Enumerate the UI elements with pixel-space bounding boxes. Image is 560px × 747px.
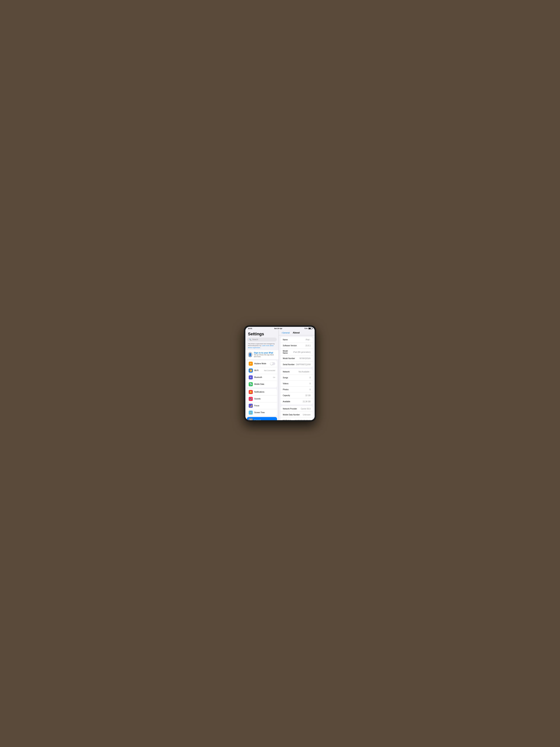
- notifications-icon: 🔔: [249, 390, 253, 394]
- right-panel: ‹ General About Name iPad ›: [279, 330, 315, 420]
- mobiledata-label: Mobile Data: [254, 383, 275, 385]
- status-time: 22:51: [248, 328, 252, 329]
- sidebar-item-bluetooth[interactable]: ✦ Bluetooth On: [247, 374, 277, 381]
- screentime-label: Screen Time: [254, 411, 275, 413]
- info-row-software: Software Version 15.6.1: [281, 343, 313, 349]
- info-row-photos: Photos 0: [281, 387, 313, 393]
- bluetooth-value: On: [273, 377, 275, 378]
- network-label: Network: [283, 371, 298, 373]
- name-chevron: ›: [310, 339, 311, 341]
- modelnumber-value: MYMH2KN/A: [300, 357, 311, 359]
- screentime-icon: ⌛: [249, 411, 253, 415]
- sign-in-subtitle: Set up iCloud, the App Store and more.: [254, 354, 276, 358]
- capacity-value: 32 GB: [305, 394, 311, 396]
- avatar: 👤: [248, 352, 252, 357]
- sidebar-item-wifi[interactable]: 📶 Wi-Fi Not Connected: [247, 367, 277, 374]
- sign-in-box[interactable]: 👤 Sign in to your iPad Set up iCloud, th…: [245, 350, 278, 359]
- software-value: 15.6.1: [305, 344, 311, 346]
- ipad-device: 22:51 Sat 20 Apr 71% Settings 🔍 Search: [244, 325, 316, 422]
- songs-value: 0: [310, 377, 311, 379]
- info-row-songs: Songs 0: [281, 375, 313, 381]
- sidebar-item-screentime[interactable]: ⌛ Screen Time: [247, 409, 277, 416]
- modelname-label: Model Name: [283, 350, 293, 354]
- sign-in-title: Sign in to your iPad: [254, 352, 276, 354]
- videos-value: 0: [310, 383, 311, 385]
- serial-value: DMPF8687Q1KM: [296, 363, 311, 365]
- photos-value: 0: [310, 388, 311, 390]
- mobiledata-icon: 📡: [249, 382, 253, 386]
- about-group-3: Network Provider Carrier 50.0 Mobile Dat…: [281, 406, 313, 420]
- bluetooth-icon: ✦: [249, 375, 253, 380]
- sidebar-title: Settings: [245, 330, 278, 338]
- info-row-name[interactable]: Name iPad ›: [281, 337, 313, 343]
- sidebar-item-airplane[interactable]: ✈ Airplane Mode: [247, 360, 277, 367]
- sidebar-item-general[interactable]: ⚙ General: [247, 417, 277, 420]
- name-label: Name: [283, 339, 306, 341]
- battery-percent: 71%: [304, 328, 308, 329]
- available-value: 22,36 GB: [303, 401, 311, 403]
- settings-group-network: ✈ Airplane Mode 📶 Wi-Fi Not Connected ✦ …: [247, 360, 277, 388]
- networkprovider-label: Network Provider: [283, 408, 301, 410]
- wifi-label: Wi-Fi: [254, 369, 263, 371]
- notifications-label: Notifications: [254, 391, 275, 393]
- info-row-wifiaddress: Wi-Fi Address 10:CE:E9:0E:93:10: [281, 418, 313, 420]
- wifi-icon: 📶: [249, 368, 253, 372]
- mobiledatanumber-label: Mobile Data Number: [283, 414, 303, 416]
- panel-title: About: [290, 331, 303, 334]
- status-bar: 22:51 Sat 20 Apr 71%: [245, 327, 315, 330]
- search-bar[interactable]: 🔍 Search: [247, 338, 277, 341]
- info-row-modelname: Model Name iPad (8th generation): [281, 349, 313, 356]
- sidebar: Settings 🔍 Search This iPad is supervise…: [245, 330, 279, 420]
- panel-header: ‹ General About: [279, 330, 315, 335]
- status-right: 71%: [304, 328, 312, 329]
- sounds-icon: 🔊: [249, 397, 253, 401]
- focus-icon: 🌙: [249, 404, 253, 408]
- wifiaddress-value: 10:CE:E9:0E:93:10: [295, 420, 311, 420]
- settings-group-general: ⚙ General ◎ Control Centre AA Display & …: [247, 417, 277, 420]
- back-label: General: [283, 332, 290, 334]
- serial-label: Serial Number: [283, 363, 296, 365]
- name-value: iPad ›: [306, 339, 311, 341]
- about-group-2: Network Not Available › Songs 0 Videos 0: [281, 369, 313, 405]
- airplane-label: Airplane Mode: [254, 363, 268, 365]
- battery-fill: [309, 328, 311, 329]
- airplane-toggle[interactable]: [270, 362, 275, 365]
- mobiledatanumber-value: Unknown: [303, 414, 311, 416]
- sign-in-text: Sign in to your iPad Set up iCloud, the …: [254, 352, 276, 358]
- settings-group-notifications: 🔔 Notifications 🔊 Sounds 🌙 Focus ⌛ Scree…: [247, 389, 277, 416]
- bluetooth-label: Bluetooth: [254, 376, 271, 378]
- search-icon: 🔍: [249, 338, 251, 340]
- software-label: Software Version: [283, 344, 305, 346]
- airplane-icon: ✈: [249, 362, 253, 366]
- general-label: General: [254, 419, 275, 420]
- network-value: Not Available ›: [298, 371, 311, 373]
- available-label: Available: [283, 401, 303, 403]
- main-content: Settings 🔍 Search This iPad is supervise…: [245, 330, 315, 420]
- modelnumber-label: Model Number: [283, 357, 300, 359]
- videos-label: Videos: [283, 383, 310, 385]
- general-icon: ⚙: [249, 418, 253, 420]
- supervision-text: This iPad is supervised and managed by W…: [245, 343, 278, 350]
- capacity-label: Capacity: [283, 394, 305, 396]
- battery-icon: [308, 328, 312, 329]
- songs-label: Songs: [283, 377, 310, 379]
- sidebar-item-focus[interactable]: 🌙 Focus: [247, 403, 277, 409]
- info-row-available: Available 22,36 GB: [281, 398, 313, 405]
- photos-label: Photos: [283, 388, 310, 390]
- modelname-value: iPad (8th generation): [293, 351, 311, 353]
- info-row-network[interactable]: Network Not Available ›: [281, 369, 313, 375]
- info-row-networkprovider: Network Provider Carrier 50.0: [281, 406, 313, 412]
- sidebar-item-notifications[interactable]: 🔔 Notifications: [247, 389, 277, 395]
- sidebar-item-mobiledata[interactable]: 📡 Mobile Data: [247, 381, 277, 388]
- network-chevron: ›: [310, 371, 311, 373]
- focus-label: Focus: [254, 405, 275, 407]
- status-date: Sat 20 Apr: [274, 328, 282, 329]
- info-row-capacity: Capacity 32 GB: [281, 393, 313, 398]
- screen: 22:51 Sat 20 Apr 71% Settings 🔍 Search: [245, 327, 315, 420]
- info-row-mobiledatanumber: Mobile Data Number Unknown: [281, 412, 313, 418]
- sidebar-item-sounds[interactable]: 🔊 Sounds: [247, 395, 277, 403]
- networkprovider-value: Carrier 50.0: [301, 408, 311, 410]
- info-row-serial: Serial Number DMPF8687Q1KM: [281, 361, 313, 367]
- chevron-left-icon: ‹: [281, 332, 282, 334]
- back-button[interactable]: ‹ General: [281, 332, 290, 334]
